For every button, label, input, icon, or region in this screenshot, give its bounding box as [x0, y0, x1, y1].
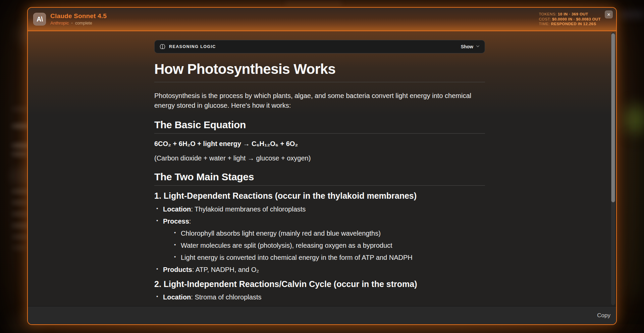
modal-footer: Copy: [28, 306, 616, 324]
backdrop-blob: [285, 1, 342, 7]
section-heading-basic-equation: The Basic Equation: [154, 119, 485, 131]
backdrop-blob: [624, 105, 644, 134]
backdrop-blob: [12, 246, 27, 250]
time-stat: TIME: responded in 12.26s: [539, 21, 601, 27]
tokens-stat: TOKENS: 10 IN · 369 OUT: [539, 12, 601, 17]
backdrop-blob: [12, 235, 28, 239]
cost-stat: COST: $0.0000 IN · $0.0083 OUT: [539, 17, 601, 22]
backdrop-blob: [11, 107, 29, 111]
divider: [154, 82, 485, 82]
backdrop-blob: [11, 212, 29, 216]
model-identity: Claude Sonnet 4.5 Anthropic • complete: [50, 12, 107, 26]
backdrop-blob: [628, 138, 644, 299]
model-subtitle: Anthropic • complete: [50, 21, 107, 26]
divider: [154, 185, 485, 186]
list-item: Process: Chlorophyll absorbs light energ…: [154, 217, 485, 262]
brain-icon: [159, 44, 166, 50]
list-item: Location: Thylakoid membranes of chlorop…: [154, 205, 485, 213]
backdrop-bottom-strip: [0, 324, 644, 333]
model-name: Claude Sonnet 4.5: [50, 12, 107, 20]
backdrop-blob: [11, 200, 28, 205]
usage-stats: TOKENS: 10 IN · 369 OUT COST: $0.0000 IN…: [539, 12, 601, 27]
stage1-heading: 1. Light-Dependent Reactions (occur in t…: [154, 191, 485, 201]
list-item: Light energy is converted into chemical …: [172, 253, 485, 262]
stage1-list: Location: Thylakoid membranes of chlorop…: [154, 205, 485, 274]
reasoning-logic-label: REASONING LOGIC: [169, 44, 216, 49]
markdown-document: REASONING LOGIC Show How Photosynthesis …: [154, 31, 485, 306]
list-item: Process:: [154, 305, 485, 306]
show-reasoning-button[interactable]: Show: [461, 44, 480, 49]
modal-header: A\ Claude Sonnet 4.5 Anthropic • complet…: [28, 8, 616, 31]
equation-plain-words: (Carbon dioxide + water + light → glucos…: [154, 154, 485, 162]
anthropic-logo-icon: A\: [33, 13, 46, 26]
chemical-equation: 6CO₂ + 6H₂O + light energy → C₆H₁₂O₆ + 6…: [154, 139, 485, 148]
separator-dot: •: [71, 21, 72, 25]
chevron-down-icon: [476, 44, 480, 49]
backdrop-blob: [621, 10, 644, 19]
list-item: Water molecules are split (photolysis), …: [172, 241, 485, 250]
section-heading-two-main-stages: The Two Main Stages: [154, 171, 485, 183]
scrollbar-thumb[interactable]: [611, 33, 615, 202]
copy-button[interactable]: Copy: [597, 312, 610, 319]
stage2-list: Location: Stroma of chloroplasts Process…: [154, 293, 485, 306]
status-badge: complete: [75, 21, 92, 26]
provider-name: Anthropic: [50, 21, 69, 26]
response-content-area: REASONING LOGIC Show How Photosynthesis …: [28, 31, 616, 306]
reasoning-logic-toggle[interactable]: REASONING LOGIC Show: [154, 40, 485, 53]
intro-paragraph: Photosynthesis is the process by which p…: [154, 91, 485, 110]
list-item: Location: Stroma of chloroplasts: [154, 293, 485, 301]
document-title: How Photosynthesis Works: [154, 61, 485, 78]
list-item: Products: ATP, NADPH, and O₂: [154, 265, 485, 274]
stage1-process-sublist: Chlorophyll absorbs light energy (mainly…: [172, 229, 485, 262]
list-item: Chlorophyll absorbs light energy (mainly…: [172, 229, 485, 238]
backdrop-blob: [11, 152, 28, 156]
backdrop-blob: [11, 189, 30, 194]
divider: [154, 133, 485, 134]
model-response-modal: A\ Claude Sonnet 4.5 Anthropic • complet…: [27, 7, 617, 325]
close-icon[interactable]: ✕: [605, 10, 613, 18]
stage2-heading: 2. Light-Independent Reactions/Calvin Cy…: [154, 279, 485, 289]
